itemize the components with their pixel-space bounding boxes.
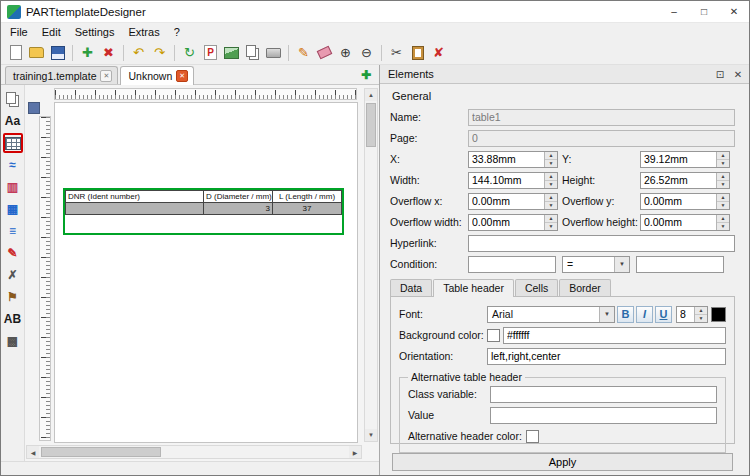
pencil-icon[interactable]: ✎ [294, 43, 313, 62]
spin-down-icon[interactable] [545, 201, 557, 209]
save-icon[interactable] [48, 43, 67, 62]
scroll-up-icon[interactable]: ▲ [365, 89, 377, 101]
height-input[interactable] [640, 172, 730, 189]
horizontal-scrollbar[interactable]: ◀ ▶ [26, 445, 362, 459]
spin-down-icon[interactable] [717, 159, 729, 167]
paste-icon[interactable] [408, 43, 427, 62]
background-color-swatch[interactable] [487, 329, 500, 342]
list-tool-icon[interactable]: ≡ [3, 221, 23, 241]
spin-up-icon[interactable] [545, 152, 557, 159]
zoom-in-icon[interactable]: ⊕ [336, 43, 355, 62]
curve-tool-icon[interactable]: ≈ [3, 155, 23, 175]
tab-table-header[interactable]: Table header [433, 279, 514, 297]
add-tab-icon[interactable]: ✚ [361, 68, 371, 82]
vertical-scrollbar[interactable]: ▲ ▼ [364, 88, 378, 442]
tab-border[interactable]: Border [559, 279, 611, 296]
tab-data[interactable]: Data [390, 279, 432, 296]
redo-icon[interactable]: ↷ [150, 43, 169, 62]
close-panel-icon[interactable]: ✕ [731, 67, 745, 81]
scroll-down-icon[interactable]: ▼ [365, 429, 377, 441]
pages-tool-icon[interactable] [3, 89, 23, 109]
condition-operator-select[interactable]: = [562, 256, 630, 273]
underline-button[interactable]: U [655, 306, 672, 323]
text-tool-icon[interactable]: Aa [3, 111, 23, 131]
new-document-icon[interactable] [6, 43, 25, 62]
eraser-icon[interactable] [315, 43, 334, 62]
minimize-icon[interactable]: – [659, 1, 689, 22]
spin-down-icon[interactable] [717, 180, 729, 188]
maximize-icon[interactable]: □ [689, 1, 719, 22]
spin-up-icon[interactable] [695, 307, 707, 314]
export-image-icon[interactable] [222, 43, 241, 62]
cross-tool-icon[interactable]: ✗ [3, 265, 23, 285]
pin-tool-icon[interactable]: ⚑ [3, 287, 23, 307]
spin-down-icon[interactable] [545, 159, 557, 167]
overflow-x-input[interactable] [468, 193, 558, 210]
orientation-input[interactable] [487, 348, 726, 365]
undo-icon[interactable]: ↶ [129, 43, 148, 62]
menu-extras[interactable]: Extras [121, 25, 166, 39]
float-panel-icon[interactable]: ⊡ [713, 67, 727, 81]
font-select[interactable]: Arial [487, 306, 615, 323]
menu-help[interactable]: ? [167, 25, 187, 39]
horizontal-scroll-thumb[interactable] [41, 447, 161, 457]
tab-training1-template[interactable]: training1.template ✕ [5, 66, 118, 84]
spin-down-icon[interactable] [695, 314, 707, 322]
remove-icon[interactable]: ✖ [99, 43, 118, 62]
spin-down-icon[interactable] [717, 201, 729, 209]
spin-up-icon[interactable] [717, 152, 729, 159]
add-icon[interactable]: ✚ [78, 43, 97, 62]
alt-value-input[interactable] [490, 407, 717, 424]
cells-tool-icon[interactable]: ▩ [3, 331, 23, 351]
bold-button[interactable]: B [617, 306, 634, 323]
template-page[interactable]: DNR (Ident number) D (Diameter / mm) L (… [54, 102, 358, 443]
x-input[interactable] [468, 151, 558, 168]
menu-edit[interactable]: Edit [35, 25, 68, 39]
alternative-header-color-swatch[interactable] [526, 430, 539, 443]
print-icon[interactable] [264, 43, 283, 62]
font-color-swatch[interactable] [711, 307, 726, 322]
italic-button[interactable]: I [636, 306, 653, 323]
stamp-tool-icon[interactable]: ▥ [3, 177, 23, 197]
overflow-height-input[interactable] [640, 214, 730, 231]
scroll-left-icon[interactable]: ◀ [27, 446, 39, 458]
spin-down-icon[interactable] [717, 222, 729, 230]
label-tool-icon[interactable]: AB [3, 309, 23, 329]
tab-cells[interactable]: Cells [515, 279, 558, 296]
spin-up-icon[interactable] [545, 215, 557, 222]
spin-up-icon[interactable] [545, 194, 557, 201]
export-pdf-icon[interactable] [201, 43, 220, 62]
condition-input[interactable] [468, 256, 556, 273]
pencil-tool-icon[interactable]: ✎ [3, 243, 23, 263]
canvas[interactable]: DNR (Ident number) D (Diameter / mm) L (… [25, 85, 379, 461]
y-input[interactable] [640, 151, 730, 168]
scroll-right-icon[interactable]: ▶ [349, 446, 361, 458]
tab-close-icon[interactable]: ✕ [100, 70, 112, 82]
spin-down-icon[interactable] [545, 222, 557, 230]
class-variable-input[interactable] [490, 386, 717, 403]
cut-icon[interactable]: ✂ [387, 43, 406, 62]
grid-tool-icon[interactable]: ▦ [3, 199, 23, 219]
overflow-width-input[interactable] [468, 214, 558, 231]
vertical-scroll-thumb[interactable] [366, 103, 376, 147]
width-input[interactable] [468, 172, 558, 189]
tab-unknown[interactable]: Unknown ✕ [120, 66, 194, 85]
refresh-icon[interactable]: ↻ [180, 43, 199, 62]
table-tool-icon[interactable] [3, 133, 23, 153]
apply-button[interactable]: Apply [392, 453, 733, 471]
condition-value-input[interactable] [636, 256, 724, 273]
open-icon[interactable] [27, 43, 46, 62]
menu-file[interactable]: File [3, 25, 35, 39]
spin-up-icon[interactable] [545, 173, 557, 180]
zoom-out-icon[interactable]: ⊖ [357, 43, 376, 62]
delete-icon[interactable]: ✘ [429, 43, 448, 62]
background-color-input[interactable] [503, 327, 726, 344]
selected-table-element[interactable]: DNR (Ident number) D (Diameter / mm) L (… [63, 188, 344, 235]
overflow-y-input[interactable] [640, 193, 730, 210]
spin-up-icon[interactable] [717, 173, 729, 180]
spin-up-icon[interactable] [717, 215, 729, 222]
close-icon[interactable]: ✕ [719, 1, 749, 22]
tab-close-icon[interactable]: ✕ [176, 70, 188, 82]
font-size-input[interactable] [676, 306, 708, 323]
spin-up-icon[interactable] [717, 194, 729, 201]
